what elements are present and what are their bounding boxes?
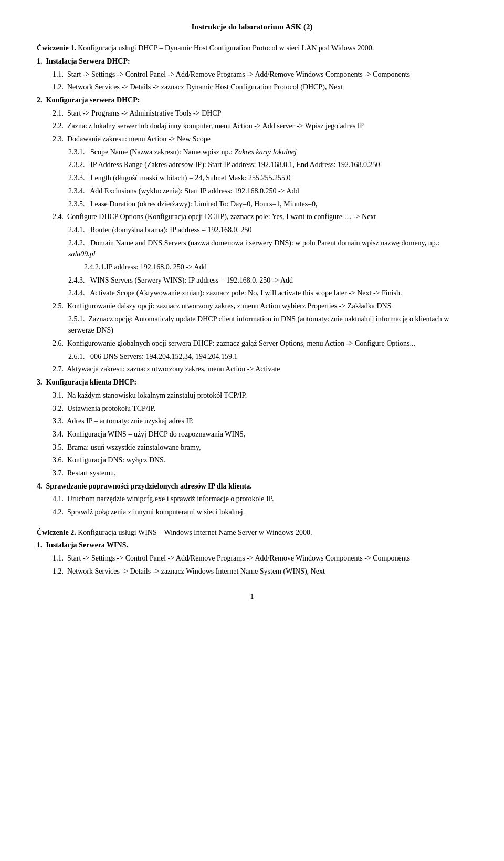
s4-2: 4.2. Sprawdź połączenia z innymi kompute…: [52, 506, 467, 518]
s2-5-text: 2.5. Konfigurowanie dalszy opcji: zaznac…: [52, 302, 391, 310]
s4-2-text: 4.2. Sprawdź połączenia z innymi kompute…: [52, 508, 245, 516]
section4-header: 4. Sprawdzanie poprawności przydzielonyc…: [37, 481, 467, 492]
s4-1: 4.1. Uruchom narzędzie winipcfg.exe i sp…: [52, 493, 467, 505]
s2-4-2: 2.4.2. Domain Name and DNS Servers (nazw…: [68, 237, 467, 260]
s2-4-3-text: 2.4.3. WINS Servers (Serwery WINS): IP a…: [68, 276, 293, 284]
section2-bold-header: 2. Konfiguracja serwera DHCP:: [37, 96, 140, 104]
s2-4-text: 2.4. Configure DHCP Options (Konfiguracj…: [52, 213, 376, 221]
page-title: Instrukcje do laboratorium ASK (2): [37, 21, 467, 33]
s2-2-text: 2.2. Zaznacz lokalny serwer lub dodaj in…: [52, 122, 364, 130]
s2-4-3: 2.4.3. WINS Servers (Serwery WINS): IP a…: [68, 275, 467, 286]
sw1-2: 1.2. Network Services -> Details -> zazn…: [52, 566, 467, 577]
sw1-1-text: 1.1. Start -> Settings -> Control Panel …: [52, 554, 410, 562]
section2-header: 2. Konfiguracja serwera DHCP:: [37, 95, 467, 106]
s2-6: 2.6. Konfigurowanie globalnych opcji ser…: [52, 338, 467, 349]
s2-6-text: 2.6. Konfigurowanie globalnych opcji ser…: [52, 339, 415, 347]
s2-6-1-text: 2.6.1. 006 DNS Servers: 194.204.152.34, …: [68, 352, 237, 360]
s3-2: 3.2. Ustawienia protokołu TCP/IP.: [52, 403, 467, 414]
s3-5-text: 3.5. Brama: usuń wszystkie zainstalowane…: [52, 443, 201, 451]
sw1-2-text: 1.2. Network Services -> Details -> zazn…: [52, 567, 325, 575]
s3-3-text: 3.3. Adres IP – automatycznie uzyskaj ad…: [52, 417, 194, 425]
s3-6-text: 3.6. Konfiguracja DNS: wyłącz DNS.: [52, 456, 165, 464]
s2-7: 2.7. Aktywacja zakresu: zaznacz utworzon…: [52, 364, 467, 375]
exercise2-intro-text: Konfiguracja usługi WINS – Windows Inter…: [76, 528, 312, 536]
s2-5-1: 2.5.1. Zaznacz opcję: Automaticaly updat…: [68, 314, 467, 336]
s2-3-1-text: 2.3.1. Scope Name (Nazwa zakresu): Name …: [68, 148, 234, 156]
s2-3-3-text: 2.3.3. Length (długość maski w bitach) =…: [68, 174, 291, 182]
s2-7-text: 2.7. Aktywacja zakresu: zaznacz utworzon…: [52, 365, 280, 373]
s2-3-1-italic: Zakres karty lokalnej: [234, 148, 296, 156]
sw1-1: 1.1. Start -> Settings -> Control Panel …: [52, 553, 467, 564]
s2-3: 2.3. Dodawanie zakresu: menu Action -> N…: [52, 133, 467, 145]
s2-4-2-1-text: 2.4.2.1.IP address: 192.168.0. 250 -> Ad…: [84, 263, 207, 271]
section4-bold-header: 4. Sprawdzanie poprawności przydzielonyc…: [37, 482, 252, 490]
s4-1-text: 4.1. Uruchom narzędzie winipcfg.exe i sp…: [52, 495, 274, 503]
s2-4-1-text: 2.4.1. Router (domyślna brama): IP addre…: [68, 226, 252, 234]
s2-4-1: 2.4.1. Router (domyślna brama): IP addre…: [68, 224, 467, 236]
s2-2: 2.2. Zaznacz lokalny serwer lub dodaj in…: [52, 120, 467, 132]
s3-1: 3.1. Na każdym stanowisku lokalnym zains…: [52, 390, 467, 401]
page: Instrukcje do laboratorium ASK (2) Ćwicz…: [0, 0, 504, 861]
s2-4-2-italic: sala09.pl: [68, 250, 96, 258]
s1-2: 1.2. Network Services -> Details -> zazn…: [52, 81, 467, 93]
s2-3-2: 2.3.2. IP Address Range (Zakres adresów …: [68, 159, 467, 171]
s2-5: 2.5. Konfigurowanie dalszy opcji: zaznac…: [52, 300, 467, 312]
document-content: Instrukcje do laboratorium ASK (2) Ćwicz…: [37, 21, 467, 577]
page-number: 1: [37, 593, 467, 601]
s2-3-1: 2.3.1. Scope Name (Nazwa zakresu): Name …: [68, 147, 467, 158]
s2-3-5: 2.3.5. Lease Duration (okres dzierżawy):…: [68, 199, 467, 210]
title-text: Instrukcje do laboratorium ASK (2): [192, 23, 313, 31]
s2-3-2-text: 2.3.2. IP Address Range (Zakres adresów …: [68, 161, 380, 169]
s2-4: 2.4. Configure DHCP Options (Konfiguracj…: [52, 211, 467, 223]
exercise2-bold-header: Ćwiczenie 2.: [37, 528, 76, 536]
exercise1-intro-text: Konfiguracja usługi DHCP – Dynamic Host …: [76, 44, 374, 52]
section1-bold-header: 1. Instalacja Serwera DHCP:: [37, 57, 130, 65]
s2-3-text: 2.3. Dodawanie zakresu: menu Action -> N…: [52, 135, 211, 143]
s2-1-text: 2.1. Start -> Programs -> Administrative…: [52, 109, 222, 117]
section-w1-header: 1. Instalacja Serwera WINS.: [37, 540, 467, 551]
s2-3-5-text: 2.3.5. Lease Duration (okres dzierżawy):…: [68, 200, 318, 208]
s2-4-2-text: 2.4.2. Domain Name and DNS Servers (nazw…: [68, 239, 439, 247]
s3-1-text: 3.1. Na każdym stanowisku lokalnym zains…: [52, 391, 247, 399]
section1-header: 1. Instalacja Serwera DHCP:: [37, 56, 467, 67]
s3-7: 3.7. Restart systemu.: [52, 468, 467, 479]
s3-5: 3.5. Brama: usuń wszystkie zainstalowane…: [52, 442, 467, 453]
s3-4-text: 3.4. Konfiguracja WINS – użyj DHCP do ro…: [52, 430, 246, 438]
s3-4: 3.4. Konfiguracja WINS – użyj DHCP do ro…: [52, 429, 467, 440]
s1-2-text: 1.2. Network Services -> Details -> zazn…: [52, 83, 343, 91]
s2-4-2-1: 2.4.2.1.IP address: 192.168.0. 250 -> Ad…: [84, 262, 467, 273]
exercise1-heading: Ćwiczenie 1. Konfiguracja usługi DHCP – …: [37, 43, 467, 54]
s3-2-text: 3.2. Ustawienia protokołu TCP/IP.: [52, 404, 155, 412]
page-number-text: 1: [250, 593, 254, 600]
exercise1-bold-header: Ćwiczenie 1.: [37, 44, 76, 52]
s1-1: 1.1. Start -> Settings -> Control Panel …: [52, 69, 467, 80]
s2-3-4-text: 2.3.4. Add Exclusions (wykluczenia): Sta…: [68, 187, 299, 195]
section-w1-bold-header: 1. Instalacja Serwera WINS.: [37, 541, 128, 549]
s2-4-4-text: 2.4.4. Activate Scope (Aktywowanie zmian…: [68, 289, 402, 297]
s2-1: 2.1. Start -> Programs -> Administrative…: [52, 108, 467, 119]
s3-6: 3.6. Konfiguracja DNS: wyłącz DNS.: [52, 454, 467, 466]
s2-6-1: 2.6.1. 006 DNS Servers: 194.204.152.34, …: [68, 351, 467, 362]
section3-bold-header: 3. Konfiguracja klienta DHCP:: [37, 378, 136, 386]
exercise2-heading: Ćwiczenie 2. Konfiguracja usługi WINS – …: [37, 527, 467, 538]
s1-1-text: 1.1. Start -> Settings -> Control Panel …: [52, 70, 410, 78]
s3-7-text: 3.7. Restart systemu.: [52, 469, 116, 477]
s2-3-3: 2.3.3. Length (długość maski w bitach) =…: [68, 172, 467, 184]
s3-3: 3.3. Adres IP – automatycznie uzyskaj ad…: [52, 416, 467, 427]
s2-3-4: 2.3.4. Add Exclusions (wykluczenia): Sta…: [68, 185, 467, 197]
section3-header: 3. Konfiguracja klienta DHCP:: [37, 377, 467, 388]
s2-4-4: 2.4.4. Activate Scope (Aktywowanie zmian…: [68, 287, 467, 299]
s2-5-1-text: 2.5.1. Zaznacz opcję: Automaticaly updat…: [68, 315, 449, 335]
